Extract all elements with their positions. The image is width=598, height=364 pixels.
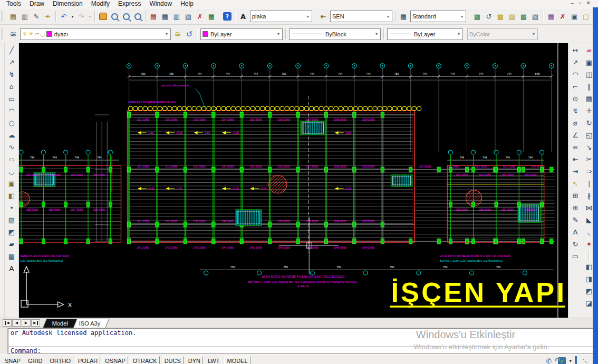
dimension-edit-button[interactable]: ✎ [570, 214, 582, 226]
table-style-button[interactable]: ▦ [398, 11, 409, 22]
properties-palette-button[interactable]: ▤ [148, 11, 159, 22]
minimize-icon[interactable]: – [571, 0, 574, 6]
toggle-snap[interactable]: SNAP [2, 356, 23, 364]
color-combo[interactable]: ByLayer ▾ [200, 28, 283, 40]
layer-combo[interactable]: ☼ ☀ ▱ ◡ dyazı ▾ [20, 28, 171, 40]
multiline-text-button[interactable]: A [6, 262, 18, 274]
lineweight-combo[interactable]: ByLayer ▾ [387, 28, 463, 40]
copy-objects-new-layer-button[interactable]: ▩ [518, 11, 529, 22]
clean-screen-icon[interactable] [575, 357, 577, 364]
layer-thaw-icon[interactable]: ☀ [28, 31, 34, 37]
arc-button[interactable]: ◠ [6, 105, 18, 117]
layer-previous-button[interactable]: ↺ [184, 28, 195, 40]
tab-model[interactable]: Model [43, 319, 78, 328]
circle-button[interactable]: ○ [6, 117, 18, 129]
layer-unlock-button[interactable]: ▢ [580, 11, 592, 22]
menu-express[interactable]: Express [114, 0, 145, 8]
next-tab-button[interactable]: ▶ [22, 319, 31, 327]
previous-tab-button[interactable]: ◀ [12, 319, 21, 327]
ellipse-arc-button[interactable]: ◡ [6, 165, 18, 178]
layer-lock-button[interactable]: ▣ [568, 11, 580, 22]
undo-button[interactable]: ↶ [58, 11, 70, 22]
zoom-realtime-button[interactable] [109, 11, 120, 22]
hatch-button[interactable]: ▨ [6, 214, 18, 226]
first-tab-button[interactable]: ◀ [3, 319, 12, 327]
dim-style-button[interactable]: ⇤ [317, 11, 329, 22]
menu-draw[interactable]: Draw [25, 0, 49, 8]
toggle-dyn[interactable]: DYN [186, 356, 203, 364]
layer-viewport-freeze-icon[interactable]: ▱ [35, 31, 39, 37]
rectangle-button[interactable]: ▭ [6, 93, 18, 105]
linear-dimension-button[interactable]: ↔ [570, 44, 582, 56]
layer-match-button[interactable]: ▦ [545, 11, 557, 22]
tolerance-button[interactable]: ⊞ [570, 190, 582, 202]
toggle-ortho[interactable]: ORTHO [47, 356, 73, 364]
close-icon[interactable]: ✕ [586, 0, 591, 6]
resize-grip[interactable] [582, 358, 587, 363]
command-window[interactable]: or Autodesk licensed application. Comman… [0, 328, 598, 354]
center-mark-button[interactable]: ⊕ [570, 202, 582, 214]
menu-modify[interactable]: Modify [87, 0, 114, 8]
layer-unisolate-button[interactable]: ▨ [506, 11, 518, 22]
undo-menu-button[interactable]: ▾ [70, 11, 75, 22]
toolbar-grip[interactable] [2, 28, 6, 40]
angular-dimension-button[interactable]: ∠ [570, 129, 582, 141]
table-button[interactable]: ▦ [6, 250, 18, 262]
command-prompt[interactable]: Command: [8, 347, 597, 356]
arc-length-dimension-button[interactable]: ◠ [570, 68, 582, 81]
spline-button[interactable]: ∿ [6, 141, 18, 153]
layer-walk-button[interactable]: ▧ [529, 11, 541, 22]
designcenter-button[interactable]: ▦ [159, 11, 171, 22]
sheetset-manager-button[interactable]: ▧ [182, 11, 194, 22]
layer-off-button[interactable]: ✗ [557, 11, 568, 22]
quick-leader-button[interactable]: ↖ [570, 178, 582, 190]
quick-dimension-button[interactable]: ≡ [570, 141, 582, 153]
command-history[interactable]: or Autodesk licensed application. [8, 329, 597, 347]
polygon-button[interactable]: ⌂ [6, 81, 18, 93]
revision-cloud-button[interactable]: ☁ [6, 129, 18, 141]
zoom-previous-button[interactable] [132, 11, 143, 22]
dim-style-combo[interactable]: SEN ▾ [330, 11, 392, 22]
toggle-grid[interactable]: GRID [25, 356, 45, 364]
ellipse-button[interactable]: ○ [6, 153, 18, 165]
continue-dimension-button[interactable]: ⇥ [570, 165, 582, 178]
quickcalc-button[interactable]: ▦ [206, 11, 217, 22]
communication-center-icon[interactable]: ✆ [546, 357, 552, 364]
dimension-style-button[interactable]: ▭ [570, 250, 582, 262]
ordinate-dimension-button[interactable]: ⌐ [570, 81, 582, 93]
layer-color-swatch[interactable] [46, 31, 52, 37]
copy-clip-button[interactable]: ▥ [19, 11, 31, 22]
table-style-combo[interactable]: Standard ▾ [410, 11, 466, 22]
dimension-update-button[interactable]: ↻ [570, 238, 582, 250]
make-block-button[interactable]: ◧ [6, 190, 18, 202]
layer-unlock-icon[interactable]: ◡ [40, 31, 45, 37]
toolpalettes-button[interactable]: ▥ [171, 11, 182, 22]
restore-icon[interactable]: ▫ [579, 0, 581, 6]
toggle-lwt[interactable]: LWT [205, 356, 222, 364]
toggle-otrack[interactable]: OTRACK [130, 356, 160, 364]
make-object-layer-current-button[interactable]: ▩ [471, 11, 483, 22]
gradient-button[interactable]: ◩ [6, 226, 18, 238]
region-button[interactable]: ▰ [6, 238, 18, 250]
text-style-button[interactable]: A [237, 11, 249, 22]
text-style-combo[interactable]: plaka ▾ [250, 11, 312, 22]
layer-previous-button[interactable]: ↺ [483, 11, 495, 22]
markup-set-manager-button[interactable]: ✗ [194, 11, 206, 22]
menu-window[interactable]: Window [145, 0, 176, 8]
dimension-text-edit-button[interactable]: A [570, 226, 582, 238]
toolbar-grip[interactable] [2, 11, 6, 22]
pan-button[interactable] [97, 11, 109, 22]
radius-dimension-button[interactable]: ⊙ [570, 93, 582, 105]
pencil-edit-button[interactable]: ✎ [31, 11, 42, 22]
menu-help[interactable]: Help [176, 0, 198, 8]
toolbar-grip[interactable] [0, 43, 5, 318]
construction-line-button[interactable]: ↗ [6, 56, 18, 68]
line-button[interactable]: ╱ [6, 44, 18, 56]
layer-on-icon[interactable]: ☼ [22, 31, 27, 37]
baseline-dimension-button[interactable]: ⇤ [570, 153, 582, 165]
jogged-dimension-button[interactable]: ↯ [570, 105, 582, 117]
insert-block-button[interactable]: ▣ [6, 178, 18, 190]
cad-drawing[interactable]: 7507567447447447507447447447507447447447… [19, 43, 568, 318]
last-tab-button[interactable]: ▶ [31, 319, 40, 327]
help-button[interactable]: ? [221, 11, 233, 22]
